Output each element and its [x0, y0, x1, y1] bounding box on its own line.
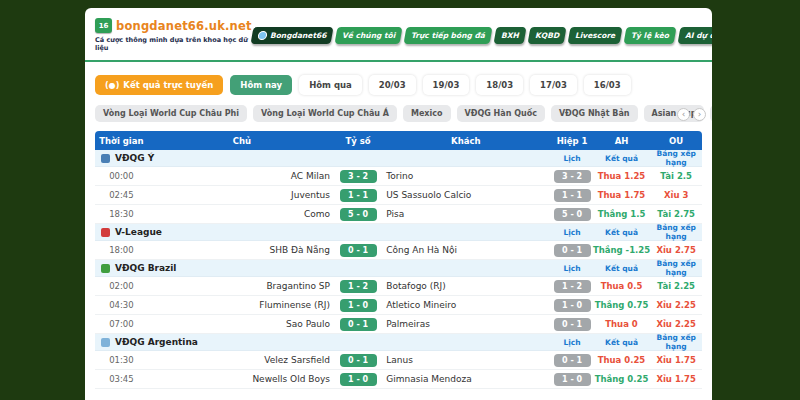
- league-scroll-controls: ‹ ›: [677, 108, 706, 121]
- nav-bxh[interactable]: BXH: [494, 27, 527, 44]
- match-row[interactable]: 18:00SHB Đà Nẵng0 - 1Công An Hà Nội0 - 1…: [95, 241, 702, 260]
- tab-live-results[interactable]: (●) Kết quả trực tuyến: [95, 75, 223, 95]
- col-header-time: Thời gian: [95, 136, 148, 146]
- away-team: US Sassuolo Calcio: [380, 190, 551, 200]
- section-link-1[interactable]: Kết quả: [593, 338, 651, 347]
- half-score-badge: 0 - 1: [551, 244, 592, 257]
- section-link-2[interactable]: Bảng xếp hạng: [650, 223, 702, 241]
- section-link-1[interactable]: Kết quả: [593, 228, 651, 237]
- ah-odds: Thua 0.5: [593, 281, 651, 291]
- league-section-header: VĐQG BrazilLịchKết quảBảng xếp hạng: [95, 260, 702, 277]
- score-badge: 1 - 1: [336, 189, 380, 202]
- ah-odds: Thua 1.75: [593, 190, 651, 200]
- match-time: 01:30: [95, 355, 148, 365]
- results-body: VĐQG ÝLịchKết quảBảng xếp hạng00:00AC Mi…: [95, 150, 702, 389]
- tab-today[interactable]: Hôm nay: [230, 75, 292, 95]
- chevron-left-icon[interactable]: ‹: [677, 108, 690, 121]
- section-link-2[interactable]: Bảng xếp hạng: [650, 333, 702, 351]
- ou-odds: Xỉu 2.25: [650, 300, 702, 310]
- nav-live-football[interactable]: Trực tiếp bóng đá: [404, 27, 493, 44]
- site-logo[interactable]: 16 bongdanet66.uk.net Cá cược thông minh…: [95, 18, 252, 52]
- away-team: Botafogo (RJ): [380, 281, 551, 291]
- away-team: Công An Hà Nội: [380, 245, 551, 255]
- league-pill-mexico[interactable]: Mexico: [403, 105, 451, 122]
- match-row[interactable]: 00:00AC Milan3 - 2Torino3 - 2Thua 1.25Tà…: [95, 167, 702, 186]
- ah-odds: Thắng -1.25: [593, 245, 651, 255]
- league-pill-korea[interactable]: VĐQG Hàn Quốc: [457, 105, 545, 122]
- match-row[interactable]: 18:30Como5 - 0Pisa5 - 0Thắng 1.5Tài 2.75: [95, 205, 702, 224]
- nav-livescore[interactable]: Livescore: [568, 27, 623, 44]
- tab-date-1603[interactable]: 16/03: [584, 75, 631, 95]
- section-link-2[interactable]: Bảng xếp hạng: [650, 149, 702, 167]
- section-link-0[interactable]: Lịch: [551, 338, 592, 347]
- section-link-1[interactable]: Kết quả: [593, 264, 651, 273]
- league-pill-c1-cup[interactable]: Cúp C1 Ch: [710, 105, 712, 122]
- live-icon: (●): [105, 81, 119, 90]
- section-link-1[interactable]: Kết quả: [593, 154, 651, 163]
- ou-odds: Xỉu 3: [650, 190, 702, 200]
- match-time: 03:45: [95, 374, 148, 384]
- ah-odds: Thắng 0.75: [593, 300, 651, 310]
- argentina-league-icon: [101, 338, 110, 347]
- nav-odds[interactable]: Tỷ lệ kèo: [624, 27, 677, 44]
- tab-date-1903[interactable]: 19/03: [423, 75, 470, 95]
- match-row[interactable]: 04:30Fluminense (RJ)1 - 0Atletico Mineir…: [95, 296, 702, 315]
- results-table: Thời gian Chủ Tỷ số Khách Hiệp 1 AH OU V…: [95, 131, 702, 389]
- logo-icon: 16: [95, 18, 112, 33]
- match-time: 18:30: [95, 209, 148, 219]
- home-team: Juventus: [148, 190, 336, 200]
- score-badge: 3 - 2: [336, 170, 380, 183]
- col-header-score: Tỷ số: [336, 136, 380, 146]
- tab-date-2003[interactable]: 20/03: [369, 75, 416, 95]
- nav-kqbd[interactable]: KQBD: [528, 27, 567, 44]
- tab-yesterday[interactable]: Hôm qua: [299, 75, 362, 95]
- ball-icon: [257, 31, 268, 40]
- away-team: Lanus: [380, 355, 551, 365]
- half-score-badge: 1 - 2: [551, 280, 592, 293]
- match-row[interactable]: 02:45Juventus1 - 1US Sassuolo Calcio1 - …: [95, 186, 702, 205]
- page-background: 16 bongdanet66.uk.net Cá cược thông minh…: [0, 0, 800, 400]
- away-team: Gimnasia Mendoza: [380, 374, 551, 384]
- italy-league-icon: [101, 154, 110, 163]
- score-badge: 5 - 0: [336, 208, 380, 221]
- league-pill-wc-africa[interactable]: Vòng Loại World Cup Châu Phi: [95, 105, 247, 122]
- section-link-0[interactable]: Lịch: [551, 154, 592, 163]
- league-pill-japan[interactable]: VĐQG Nhật Bản: [551, 105, 638, 122]
- score-badge: 1 - 0: [336, 299, 380, 312]
- ou-odds: Tài 2.25: [650, 281, 702, 291]
- home-team: SHB Đà Nẵng: [148, 245, 336, 255]
- match-row[interactable]: 02:00Bragantino SP1 - 2Botafogo (RJ)1 - …: [95, 277, 702, 296]
- ou-odds: Tài 2.75: [650, 209, 702, 219]
- league-pill-wc-asia[interactable]: Vòng Loại World Cup Châu Á: [253, 105, 397, 122]
- tab-date-1703[interactable]: 17/03: [530, 75, 577, 95]
- ou-odds: Xỉu 1.75: [650, 374, 702, 384]
- col-header-half: Hiệp 1: [551, 136, 592, 146]
- tab-date-1803[interactable]: 18/03: [476, 75, 523, 95]
- date-filter-bar: (●) Kết quả trực tuyến Hôm nay Hôm qua 2…: [85, 62, 712, 101]
- home-team: Fluminense (RJ): [148, 300, 336, 310]
- match-row[interactable]: 01:30Velez Sarsfield0 - 1Lanus0 - 1Thua …: [95, 351, 702, 370]
- section-link-0[interactable]: Lịch: [551, 264, 592, 273]
- chevron-right-icon[interactable]: ›: [693, 108, 706, 121]
- nav-about[interactable]: Về chúng tôi: [335, 27, 403, 44]
- away-team: Atletico Mineiro: [380, 300, 551, 310]
- nav-bongdanet66[interactable]: Bongdanet66: [250, 27, 333, 44]
- logo-text: bongdanet66.uk.net: [116, 19, 252, 33]
- home-team: Bragantino SP: [148, 281, 336, 291]
- league-name: VĐQG Ý: [95, 153, 551, 163]
- match-row[interactable]: 03:45Newells Old Boys1 - 0Gimnasia Mendo…: [95, 370, 702, 389]
- match-time: 02:00: [95, 281, 148, 291]
- ou-odds: Tài 2.5: [650, 171, 702, 181]
- half-score-badge: 1 - 0: [551, 373, 592, 386]
- section-link-2[interactable]: Bảng xếp hạng: [650, 259, 702, 277]
- match-row[interactable]: 07:00Sao Paulo0 - 1Palmeiras0 - 1Thua 0X…: [95, 315, 702, 334]
- nav-ai-prediction[interactable]: AI dự đoán: [678, 27, 712, 44]
- half-score-badge: 1 - 1: [551, 189, 592, 202]
- match-time: 18:00: [95, 245, 148, 255]
- away-team: Palmeiras: [380, 319, 551, 329]
- league-section-header: VĐQG ÝLịchKết quảBảng xếp hạng: [95, 150, 702, 167]
- half-score-badge: 3 - 2: [551, 170, 592, 183]
- home-team: Sao Paulo: [148, 319, 336, 329]
- section-link-0[interactable]: Lịch: [551, 228, 592, 237]
- away-team: Torino: [380, 171, 551, 181]
